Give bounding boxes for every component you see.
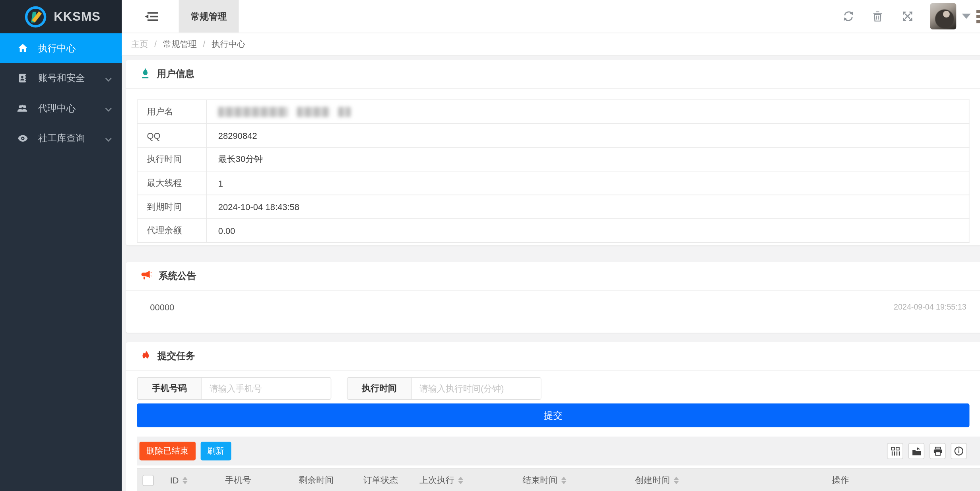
select-all-checkbox[interactable] (142, 475, 153, 486)
fire-icon (141, 350, 151, 362)
column-header-end-time[interactable]: 结束时间 (475, 475, 613, 486)
row-value: 最长30分钟 (207, 147, 969, 171)
announcement-header: 系统公告 (126, 262, 980, 291)
sort-icon[interactable] (182, 477, 188, 484)
eye-icon (17, 134, 28, 142)
row-label: 用户名 (137, 100, 207, 124)
main-area: 常规管理 主页 / 常规管理 / 执行中心 (122, 0, 980, 491)
phone-label: 手机号码 (138, 378, 202, 399)
id-card-icon (17, 73, 28, 83)
announcement-body: 00000 2024-09-04 19:55:13 (126, 291, 980, 312)
row-label: 代理余额 (137, 218, 207, 242)
sidebar: KKSMS 执行中心 账号和安全 代理中心 (0, 0, 122, 491)
table-row: 用户名 (137, 100, 969, 124)
breadcrumb-exec-center[interactable]: 执行中心 (212, 39, 245, 50)
sidebar-item-account-security[interactable]: 账号和安全 (0, 63, 122, 93)
brand-logo[interactable]: KKSMS (0, 0, 122, 33)
column-header-phone: 手机号 (198, 475, 278, 486)
table-row: 执行时间 最长30分钟 (137, 147, 969, 171)
phone-input-group: 手机号码 (137, 377, 331, 400)
task-table-zone: 删除已结束 刷新 (137, 436, 980, 491)
megaphone-icon (141, 270, 152, 282)
exec-time-label: 执行时间 (347, 378, 412, 399)
breadcrumb-home[interactable]: 主页 (131, 39, 148, 50)
redacted-username (207, 100, 969, 124)
fullscreen-icon[interactable] (902, 11, 913, 22)
table-row: 代理余额 0.00 (137, 218, 969, 242)
row-value: 1 (207, 171, 969, 195)
chevron-down-icon (105, 73, 112, 84)
app-window: KKSMS 执行中心 账号和安全 代理中心 (0, 0, 980, 491)
row-value: 0.00 (207, 218, 969, 242)
task-form: 手机号码 执行时间 (137, 377, 980, 400)
section-title: 系统公告 (159, 270, 196, 282)
breadcrumb-separator: / (154, 39, 157, 49)
breadcrumb: 主页 / 常规管理 / 执行中心 (122, 33, 980, 56)
sidebar-item-label: 账号和安全 (38, 72, 105, 84)
row-label: 最大线程 (137, 171, 207, 195)
table-row: 最大线程 1 (137, 171, 969, 195)
leaf-icon (141, 68, 150, 81)
sidebar-item-database-query[interactable]: 社工库查询 (0, 123, 122, 153)
column-header-id[interactable]: ID (159, 475, 198, 485)
avatar-dropdown-caret-icon[interactable] (962, 14, 971, 19)
column-header-actions: 操作 (701, 475, 980, 486)
table-row: 到期时间 2024-10-04 18:43:58 (137, 195, 969, 219)
brand-logo-icon (25, 6, 46, 27)
export-icon[interactable] (908, 443, 924, 459)
columns-toggle-icon[interactable] (887, 443, 903, 459)
row-label: 执行时间 (137, 147, 207, 171)
row-label: 到期时间 (137, 195, 207, 219)
brand-name: KKSMS (54, 10, 100, 24)
announcement-panel: 系统公告 00000 2024-09-04 19:55:13 (126, 262, 980, 333)
table-toolbar: 删除已结束 刷新 (137, 436, 980, 465)
print-icon[interactable] (930, 443, 946, 459)
sidebar-item-exec-center[interactable]: 执行中心 (0, 33, 122, 63)
row-value: 28290842 (207, 124, 969, 148)
delete-finished-button[interactable]: 删除已结束 (140, 442, 196, 460)
menu-fold-icon[interactable] (145, 11, 159, 22)
row-value: 2024-10-04 18:43:58 (207, 195, 969, 219)
row-label: QQ (137, 124, 207, 148)
column-header-last-exec[interactable]: 上次执行 (407, 475, 476, 486)
sidebar-item-label: 社工库查询 (38, 132, 105, 144)
info-icon[interactable] (951, 443, 967, 459)
breadcrumb-general-management[interactable]: 常规管理 (163, 39, 197, 50)
sort-icon[interactable] (458, 477, 463, 484)
column-header-create-time[interactable]: 创建时间 (613, 475, 701, 486)
table-row: QQ 28290842 (137, 124, 969, 148)
user-info-table: 用户名 QQ 28290842 执行时间 最长30分钟 最大线程 (137, 99, 969, 243)
refresh-table-button[interactable]: 刷新 (200, 442, 231, 460)
refresh-icon[interactable] (842, 11, 854, 22)
phone-input[interactable] (202, 378, 331, 399)
topbar: 常规管理 (122, 0, 980, 33)
exec-time-input[interactable] (412, 378, 541, 399)
sidebar-item-label: 代理中心 (38, 102, 105, 114)
user-info-panel: 用户信息 用户名 QQ 28290842 执行时间 (126, 60, 980, 245)
overflow-dots-icon[interactable] (976, 10, 980, 23)
section-title: 提交任务 (157, 350, 195, 362)
sort-icon[interactable] (674, 477, 679, 484)
avatar[interactable] (930, 3, 956, 29)
sidebar-item-agent-center[interactable]: 代理中心 (0, 93, 122, 123)
sidebar-item-label: 执行中心 (38, 42, 112, 54)
column-header-remaining-time: 剩余时间 (278, 475, 355, 486)
chevron-down-icon (105, 103, 112, 114)
submit-button[interactable]: 提交 (137, 403, 969, 427)
exec-time-input-group: 执行时间 (347, 377, 541, 400)
breadcrumb-separator: / (203, 39, 206, 49)
users-icon (17, 103, 28, 113)
announcement-timestamp: 2024-09-04 19:55:13 (894, 303, 966, 312)
chevron-down-icon (105, 133, 112, 144)
section-title: 用户信息 (157, 68, 194, 80)
content: 用户信息 用户名 QQ 28290842 执行时间 (122, 56, 980, 491)
task-table-header: ID 手机号 剩余时间 订单状态 上次执行 (137, 468, 980, 491)
tab-general-management[interactable]: 常规管理 (179, 0, 239, 33)
sort-icon[interactable] (561, 477, 567, 484)
trash-icon[interactable] (873, 11, 883, 22)
column-header-order-status: 订单状态 (354, 475, 407, 486)
submit-task-panel: 提交任务 手机号码 执行时间 提交 删除已结束 (126, 342, 980, 491)
home-icon (17, 43, 28, 53)
user-info-header: 用户信息 (126, 60, 980, 89)
announcement-content: 00000 (150, 302, 174, 312)
